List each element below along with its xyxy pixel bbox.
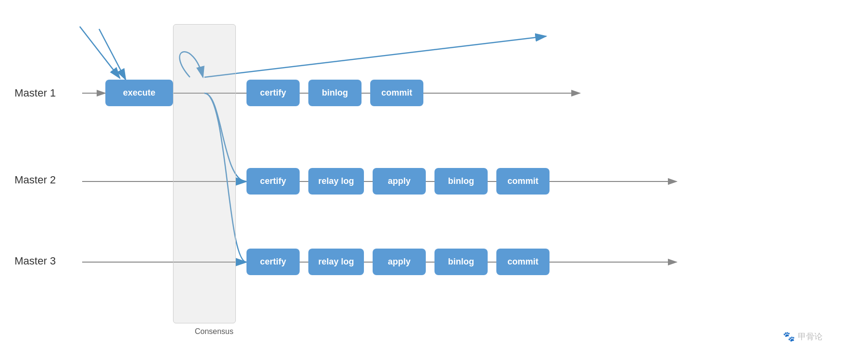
svg-line-23 xyxy=(204,36,546,77)
svg-line-24 xyxy=(80,27,120,78)
arrows-svg xyxy=(0,0,868,362)
consensus-panel xyxy=(173,24,236,323)
box-m3-relaylog: relay log xyxy=(308,249,364,275)
box-m1-certify: certify xyxy=(246,80,300,106)
box-m2-commit: commit xyxy=(496,168,550,195)
box-m2-apply: apply xyxy=(373,168,426,195)
master2-label: Master 2 xyxy=(14,174,56,186)
box-m2-certify: certify xyxy=(246,168,300,195)
box-m3-binlog: binlog xyxy=(434,249,488,275)
box-m1-commit: commit xyxy=(370,80,423,106)
box-m3-commit: commit xyxy=(496,249,550,275)
box-execute: execute xyxy=(105,80,173,106)
watermark-text: 甲骨论 xyxy=(798,331,823,342)
box-m3-certify: certify xyxy=(246,249,300,275)
diagram: Consensus Master 1 Master 2 Master 3 exe… xyxy=(0,0,868,362)
master3-label: Master 3 xyxy=(14,255,56,267)
master1-label: Master 1 xyxy=(14,87,56,99)
watermark-icon: 🐾 xyxy=(783,331,795,342)
box-m2-binlog: binlog xyxy=(434,168,488,195)
svg-line-4 xyxy=(99,29,126,80)
box-m1-binlog: binlog xyxy=(308,80,362,106)
box-m2-relaylog: relay log xyxy=(308,168,364,195)
consensus-label: Consensus xyxy=(183,327,246,336)
box-m3-apply: apply xyxy=(373,249,426,275)
watermark: 🐾 甲骨论 xyxy=(783,331,823,342)
